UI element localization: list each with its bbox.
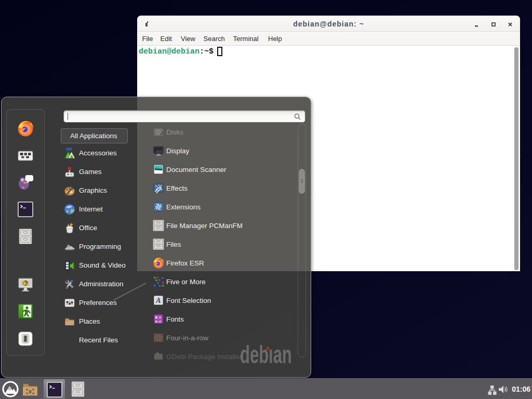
- svg-text:a: a: [159, 319, 161, 324]
- svg-text:a: a: [155, 319, 158, 324]
- svg-text:D: D: [29, 389, 32, 395]
- svg-text:A: A: [155, 297, 161, 304]
